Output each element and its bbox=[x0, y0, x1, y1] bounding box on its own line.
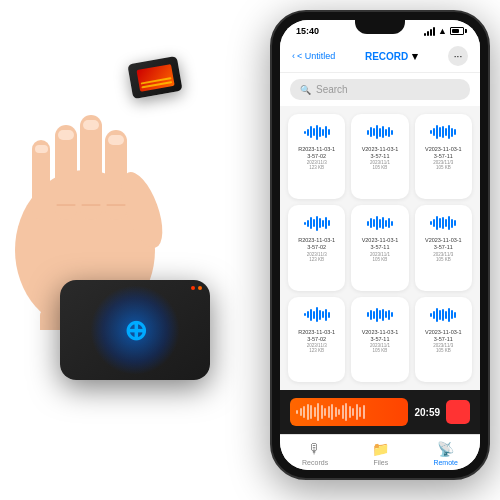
back-button[interactable]: ‹ < Untitled bbox=[292, 51, 335, 61]
signal-bar-4 bbox=[433, 27, 435, 36]
player-wave-bar bbox=[359, 407, 361, 417]
wave-bar bbox=[316, 216, 318, 231]
tab-icon: 🎙 bbox=[308, 441, 322, 457]
file-item[interactable]: V2023-11-03-1 3-57-112023/11/1105 KB bbox=[351, 114, 408, 199]
wave-bar bbox=[304, 222, 306, 225]
wave-bar bbox=[448, 216, 450, 230]
file-size: 105 KB bbox=[373, 257, 388, 262]
file-grid: R2023-11-03-1 3-57-022023/11/3123 KBV202… bbox=[280, 106, 480, 390]
tab-item-records[interactable]: 🎙Records bbox=[302, 441, 328, 466]
file-size: 105 KB bbox=[436, 348, 451, 353]
tab-icon: 📡 bbox=[437, 441, 454, 457]
search-icon: 🔍 bbox=[300, 85, 311, 95]
back-chevron: ‹ bbox=[292, 51, 295, 61]
file-item[interactable]: R2023-11-03-1 3-57-022023/11/3123 KB bbox=[288, 114, 345, 199]
file-item[interactable]: V2023-11-03-1 3-57-112023/11/3105 KB bbox=[415, 205, 472, 290]
wave-bar bbox=[385, 220, 387, 227]
wave-bar bbox=[367, 312, 369, 317]
wave-bar bbox=[304, 313, 306, 316]
wave-bar bbox=[328, 312, 330, 318]
player-wave-bar bbox=[300, 408, 302, 416]
wave-visual bbox=[296, 398, 365, 426]
tab-item-files[interactable]: 📁Files bbox=[372, 441, 389, 466]
player-wave-bar bbox=[345, 403, 347, 421]
file-size: 105 KB bbox=[436, 165, 451, 170]
tab-label: Records bbox=[302, 459, 328, 466]
player-wave-bar bbox=[303, 406, 305, 418]
wave-bar bbox=[325, 309, 327, 321]
wave-bar bbox=[316, 125, 318, 140]
wave-bar bbox=[310, 309, 312, 321]
wave-bar bbox=[370, 218, 372, 228]
battery-icon bbox=[450, 27, 464, 35]
player-wave-bar bbox=[356, 404, 358, 420]
wave-bar bbox=[373, 311, 375, 319]
wave-bar bbox=[439, 310, 441, 320]
wave-bar bbox=[328, 220, 330, 226]
wave-bar bbox=[445, 128, 447, 136]
wave-bar bbox=[373, 128, 375, 136]
status-time: 15:40 bbox=[296, 26, 319, 36]
file-size: 105 KB bbox=[373, 165, 388, 170]
nav-bar: ‹ < Untitled RECORD ▾ ··· bbox=[280, 40, 480, 73]
file-size: 105 KB bbox=[373, 348, 388, 353]
player-wave-bar bbox=[314, 407, 316, 417]
wave-bar bbox=[448, 125, 450, 139]
wave-bars bbox=[367, 308, 393, 322]
wave-bar bbox=[448, 308, 450, 322]
file-item[interactable]: R2023-11-03-1 3-57-022023/11/3123 KB bbox=[288, 297, 345, 382]
wave-bar bbox=[382, 126, 384, 138]
file-name: V2023-11-03-1 3-57-11 bbox=[362, 329, 399, 343]
stop-button[interactable] bbox=[446, 400, 470, 424]
file-wave bbox=[299, 122, 335, 142]
wave-bar bbox=[376, 216, 378, 230]
wave-bar bbox=[445, 219, 447, 227]
search-bar: 🔍 Search bbox=[280, 73, 480, 106]
player-bar[interactable]: 20:59 bbox=[280, 390, 480, 434]
back-label: < Untitled bbox=[297, 51, 335, 61]
wave-bar bbox=[442, 217, 444, 229]
file-item[interactable]: V2023-11-03-1 3-57-112023/11/1105 KB bbox=[351, 205, 408, 290]
wave-bars bbox=[430, 308, 456, 322]
player-wave-bar bbox=[331, 404, 333, 420]
wave-bar bbox=[451, 310, 453, 319]
wave-bar bbox=[442, 309, 444, 321]
file-item[interactable]: V2023-11-03-1 3-57-112023/11/3105 KB bbox=[415, 297, 472, 382]
dropdown-chevron[interactable]: ▾ bbox=[412, 50, 418, 63]
wave-bar bbox=[388, 127, 390, 137]
more-button[interactable]: ··· bbox=[448, 46, 468, 66]
file-wave bbox=[362, 305, 398, 325]
wave-bar bbox=[313, 128, 315, 136]
file-name: V2023-11-03-1 3-57-11 bbox=[362, 146, 399, 160]
player-wave-bar bbox=[328, 406, 330, 418]
wave-bar bbox=[379, 219, 381, 228]
file-item[interactable]: V2023-11-03-1 3-57-112023/11/3105 KB bbox=[415, 114, 472, 199]
wave-bars bbox=[304, 307, 330, 322]
file-item[interactable]: R2023-11-03-1 3-57-022023/11/3123 KB bbox=[288, 205, 345, 290]
file-item[interactable]: V2023-11-03-1 3-57-112023/11/1105 KB bbox=[351, 297, 408, 382]
file-name: V2023-11-03-1 3-57-11 bbox=[425, 237, 462, 251]
wave-bar bbox=[322, 220, 324, 227]
player-wave-bar bbox=[317, 403, 319, 421]
tab-item-remote[interactable]: 📡Remote bbox=[433, 441, 458, 466]
tab-label: Remote bbox=[433, 459, 458, 466]
search-input-wrap[interactable]: 🔍 Search bbox=[290, 79, 470, 100]
file-name: V2023-11-03-1 3-57-11 bbox=[425, 329, 462, 343]
wave-bar bbox=[451, 128, 453, 137]
player-wave-bar bbox=[342, 405, 344, 419]
player-wave-bar bbox=[310, 405, 312, 419]
wave-bar bbox=[367, 130, 369, 135]
tab-bar: 🎙Records📁Files📡Remote bbox=[280, 434, 480, 470]
wave-bar bbox=[319, 310, 321, 320]
file-name: R2023-11-03-1 3-57-02 bbox=[298, 329, 335, 343]
signal-bars bbox=[424, 27, 435, 36]
file-wave bbox=[425, 213, 461, 233]
wave-bar bbox=[319, 218, 321, 228]
svg-rect-10 bbox=[108, 135, 124, 145]
wave-bar bbox=[328, 129, 330, 135]
wave-bar bbox=[433, 311, 435, 319]
wave-bars bbox=[367, 216, 393, 230]
battery-fill bbox=[452, 29, 459, 33]
wave-bars bbox=[430, 125, 456, 139]
file-size: 123 KB bbox=[309, 165, 324, 170]
